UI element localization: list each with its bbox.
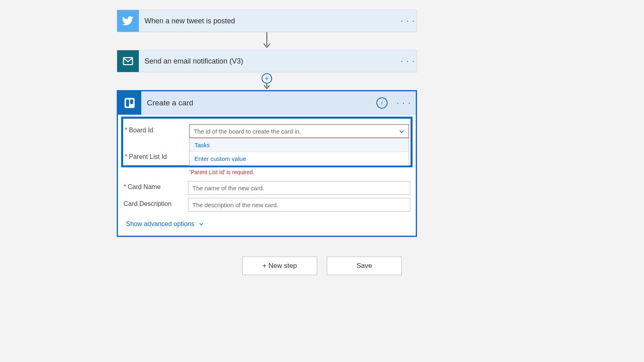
mail-icon <box>117 50 139 72</box>
card-name-input[interactable] <box>188 181 410 195</box>
field-label-parent-list: *Parent List Id <box>125 151 189 160</box>
add-step-icon[interactable]: + <box>262 73 272 84</box>
flow-connector-add: + <box>117 72 417 90</box>
field-label-board-id: *Board Id <box>125 124 189 134</box>
more-icon[interactable]: · · · <box>399 56 417 66</box>
field-highlight: *Board Id Tasks Enter custom value <box>121 117 413 167</box>
field-label-card-description: Card Description <box>124 198 188 208</box>
step-trello-create-card[interactable]: Create a card i · · · *Board Id <box>117 90 417 237</box>
svg-rect-4 <box>126 99 129 107</box>
trello-icon <box>118 91 141 115</box>
save-button[interactable]: Save <box>327 257 402 275</box>
dropdown-option-custom[interactable]: Enter custom value <box>190 152 409 165</box>
step-email-action[interactable]: Send an email notification (V3) · · · <box>117 50 417 72</box>
chevron-down-icon <box>198 221 204 227</box>
field-label-card-name: *Card Name <box>124 181 188 191</box>
step-title: Create a card <box>141 99 376 107</box>
svg-rect-5 <box>130 99 133 104</box>
dropdown-option-tasks[interactable]: Tasks <box>190 138 409 152</box>
show-advanced-options[interactable]: Show advanced options <box>126 220 204 228</box>
board-id-input[interactable] <box>189 124 409 138</box>
board-id-dropdown: Tasks Enter custom value <box>189 138 409 166</box>
info-icon[interactable]: i <box>376 97 388 109</box>
flow-connector <box>117 32 417 50</box>
step-title: When a new tweet is posted <box>139 17 399 25</box>
parent-list-error: 'Parent List Id' is required. <box>190 169 410 175</box>
card-description-input[interactable] <box>188 198 410 212</box>
more-icon[interactable]: · · · <box>399 16 417 26</box>
step-twitter-trigger[interactable]: When a new tweet is posted · · · <box>117 10 417 32</box>
step-header[interactable]: Create a card i · · · <box>118 91 416 115</box>
new-step-button[interactable]: + New step <box>242 257 317 275</box>
step-title: Send an email notification (V3) <box>139 57 399 66</box>
twitter-icon <box>117 10 139 32</box>
more-icon[interactable]: · · · <box>395 98 413 108</box>
